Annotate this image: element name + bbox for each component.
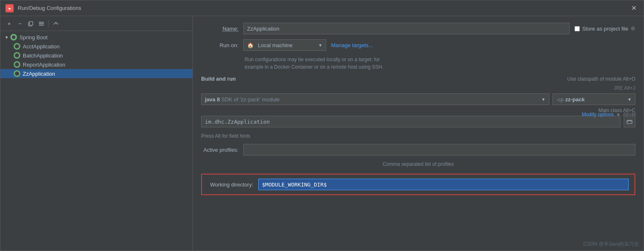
main-class-input[interactable] — [201, 116, 620, 127]
tree-item-zz[interactable]: ZzApplication — [0, 69, 192, 78]
content-area: + − — [0, 16, 644, 251]
run-on-row: Run on: 🏠 Local machine ▼ Manage targets… — [201, 39, 635, 51]
store-label-text: Store as project file — [582, 26, 628, 32]
svg-rect-4 — [39, 22, 44, 23]
run-on-value: Local machine — [258, 42, 293, 48]
group-label: Spring Boot — [19, 34, 48, 41]
name-input[interactable] — [243, 23, 570, 34]
title-bar: ▶ Run/Debug Configurations ✕ — [0, 0, 644, 16]
spring-boot-group[interactable]: ▼ Spring Boot — [0, 33, 192, 42]
main-class-browse-button[interactable] — [624, 116, 635, 127]
build-controls: JRE Alt+J java 8 SDK of 'zz-pack' module… — [201, 85, 635, 127]
sdk-cp-row: java 8 SDK of 'zz-pack' module ▼ -cp zz-… — [201, 93, 635, 105]
hint-line-1: Run configurations may be executed local… — [245, 56, 635, 63]
svg-rect-6 — [39, 25, 44, 26]
jre-row: JRE Alt+J java 8 SDK of 'zz-pack' module… — [201, 85, 635, 127]
right-panel: Name: Store as project file ⚙ Run on: 🏠 … — [193, 16, 644, 251]
tree-item-label: BatchApplication — [23, 53, 63, 59]
tree-item-label: AcctApplication — [23, 43, 60, 50]
sdk-suffix: SDK of 'zz-pack' module — [221, 96, 280, 103]
toolbar-divider — [48, 20, 49, 27]
batch-app-icon — [14, 52, 20, 59]
run-on-arrow: ▼ — [318, 43, 322, 48]
name-row: Name: Store as project file ⚙ — [201, 23, 635, 34]
settings-icon: ⚙ — [631, 26, 635, 31]
watermark: CSDN @学Java的实习生 — [583, 241, 639, 248]
hint-line-2: example in a Docker Container or on a re… — [245, 63, 635, 71]
svg-rect-5 — [39, 23, 44, 24]
active-profiles-input[interactable] — [243, 144, 635, 155]
left-panel: + − — [0, 16, 193, 251]
build-run-left: Build and run Use classpath of module Al… — [201, 76, 635, 127]
move-config-button[interactable] — [37, 19, 46, 28]
sdk-arrow: ▼ — [541, 97, 545, 102]
sdk-dropdown[interactable]: java 8 SDK of 'zz-pack' module ▼ — [201, 93, 549, 105]
working-dir-label: Working directory: — [208, 182, 253, 188]
manage-targets-link[interactable]: Manage targets... — [331, 42, 373, 48]
use-classpath-hint: Use classpath of module Alt+O — [567, 76, 635, 82]
spring-boot-icon — [10, 34, 17, 41]
cp-arrow: ▼ — [627, 97, 632, 102]
press-alt-hint: Press Alt for field hints — [201, 133, 635, 139]
tree-item-acct[interactable]: AcctApplication — [0, 42, 192, 51]
dialog-title: Run/Debug Configurations — [18, 5, 629, 11]
app-icon: ▶ — [5, 4, 14, 12]
working-dir-input[interactable] — [258, 179, 629, 190]
tree-item-label: ReportApplication — [23, 62, 65, 68]
modify-options-area: Modify options ▼ Alt+M — [582, 112, 636, 117]
active-profiles-label: Active profiles: — [201, 147, 238, 153]
run-on-dropdown[interactable]: 🏠 Local machine ▼ — [243, 39, 326, 51]
store-as-project-label[interactable]: Store as project file ⚙ — [574, 26, 635, 32]
build-run-section: Build and run Use classpath of module Al… — [201, 76, 635, 127]
store-as-project-checkbox[interactable] — [574, 26, 580, 31]
cp-dropdown[interactable]: -cp zz-pack ▼ — [553, 93, 635, 105]
svg-rect-7 — [627, 120, 632, 124]
cp-prefix: -cp — [556, 96, 564, 103]
collapse-arrow: ▼ — [5, 35, 9, 40]
build-run-title: Build and run — [201, 76, 236, 82]
sort-config-button[interactable] — [51, 19, 60, 28]
svg-rect-3 — [29, 22, 33, 25]
remove-config-button[interactable]: − — [15, 19, 24, 28]
acct-app-icon — [14, 43, 20, 50]
copy-config-button[interactable] — [26, 19, 35, 28]
active-profiles-row: Active profiles: — [201, 144, 635, 155]
modify-arrow: ▼ — [616, 112, 620, 117]
working-directory-section: Working directory: — [201, 174, 635, 195]
zz-app-icon — [14, 70, 20, 77]
run-on-label: Run on: — [201, 42, 238, 48]
modify-options-link[interactable]: Modify options — [582, 112, 614, 117]
config-tree: ▼ Spring Boot AcctApplication BatchAppli… — [0, 31, 192, 251]
sdk-version: java 8 — [205, 96, 220, 103]
report-app-icon — [14, 61, 20, 68]
svg-text:▶: ▶ — [9, 7, 11, 10]
modify-shortcut: Alt+M — [623, 112, 636, 117]
tree-item-batch[interactable]: BatchApplication — [0, 51, 192, 60]
tree-item-report[interactable]: ReportApplication — [0, 60, 192, 69]
cp-value: zz-pack — [565, 96, 585, 103]
run-debug-dialog: ▶ Run/Debug Configurations ✕ + − — [0, 0, 644, 251]
run-hint-text: Run configurations may be executed local… — [245, 56, 635, 71]
tree-item-label: ZzApplication — [23, 71, 55, 77]
close-button[interactable]: ✕ — [629, 3, 639, 13]
add-config-button[interactable]: + — [5, 19, 14, 28]
name-label: Name: — [201, 26, 238, 32]
profiles-hint-text: Comma separated list of profiles — [201, 161, 635, 167]
main-class-row — [201, 116, 635, 127]
jre-hint: JRE Alt+J — [614, 85, 635, 91]
toolbar: + − — [0, 16, 192, 31]
